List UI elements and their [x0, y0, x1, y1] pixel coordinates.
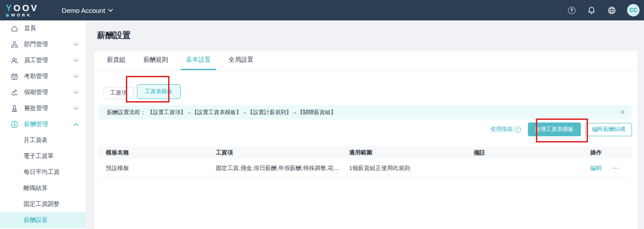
calendar-icon: [11, 73, 18, 80]
sidebar-item-approvals[interactable]: 審批管理: [0, 100, 85, 116]
cell-wage-items: 固定工資,佣金,假日薪酬,年假薪酬,特殊調整,花紅,交通...: [216, 164, 349, 172]
workflow-notice-text: 薪酬設置流程： 【設置工資項】→【設置工資表模板】→【設置計薪規則】→【關聯薪資…: [107, 109, 336, 116]
sidebar-subitem-daily-average-wage[interactable]: 每日平均工資: [0, 164, 85, 180]
sidebar-item-departments[interactable]: 部門管理: [0, 36, 85, 52]
chevron-down-icon: [73, 43, 78, 46]
col-header-wage-items: 工資項: [216, 149, 349, 157]
tab-payroll-rules[interactable]: 薪酬規則: [138, 51, 173, 70]
logo-work-label: WORK: [11, 13, 32, 17]
account-name: Demo Account: [62, 7, 105, 14]
sidebar-item-label: 假期管理: [24, 88, 48, 96]
sidebar-subitem-fixed-wage-adjustment[interactable]: 固定工資調整: [0, 196, 85, 212]
sidebar-item-label: 考勤管理: [24, 72, 48, 80]
org-chart-icon: [11, 41, 18, 48]
sidebar-nav: 首頁 部門管理 員工管理 考勤管理 假期管理 審批管理 $ 薪酬管理 月工資表 …: [0, 20, 86, 229]
svg-text:$: $: [13, 122, 16, 126]
chevron-up-icon: [73, 123, 78, 126]
tab-bar: 薪資組 薪酬規則 基本設置 全局設置: [94, 51, 637, 71]
globe-icon: [608, 6, 616, 15]
action-bar: 使用指南 ? 新增工資表模板 編輯薪酬結構: [491, 122, 632, 136]
vacation-icon: [11, 89, 18, 96]
home-icon: [11, 25, 18, 32]
sidebar-item-employees[interactable]: 員工管理: [0, 52, 85, 68]
logo-letter-y: Y: [6, 3, 13, 13]
cell-template-name: 預設模板: [106, 164, 216, 172]
logo-dot: [6, 14, 9, 17]
cell-actions: 編輯 ···: [590, 164, 632, 172]
help-button[interactable]: ?: [567, 6, 576, 15]
col-header-actions: 操作: [590, 149, 632, 157]
sidebar-item-label: 員工管理: [24, 56, 48, 64]
close-icon[interactable]: ✕: [620, 105, 625, 119]
settings-card: 薪資組 薪酬規則 基本設置 全局設置 工資項 工資表模板 薪酬設置流程： 【設置…: [94, 51, 637, 229]
user-avatar[interactable]: CC: [627, 4, 640, 16]
chevron-down-icon: [108, 9, 113, 12]
workflow-notice-banner: 薪酬設置流程： 【設置工資項】→【設置工資表模板】→【設置計薪規則】→【關聯薪資…: [99, 105, 632, 119]
sidebar-subitem-payroll-settings[interactable]: 薪酬設置: [0, 212, 85, 228]
col-header-template-name: 模板名稱: [106, 149, 216, 157]
table-row: 預設模板 固定工資,佣金,假日薪酬,年假薪酬,特殊調整,花紅,交通... 1個薪…: [98, 158, 632, 178]
more-actions-icon[interactable]: ···: [612, 165, 620, 171]
sidebar-item-attendance[interactable]: 考勤管理: [0, 68, 85, 84]
table-header-row: 模板名稱 工資項 適用範圍 備註 操作: [98, 146, 632, 158]
people-icon: [11, 57, 18, 64]
subtab-wage-items[interactable]: 工資項: [104, 87, 134, 99]
sidebar-subitem-label: 月工資表: [24, 136, 48, 144]
tab-global-settings[interactable]: 全局設置: [223, 51, 259, 70]
sidebar-subitem-label: 電子工資單: [24, 152, 54, 160]
sidebar-subitem-epayslip[interactable]: 電子工資單: [0, 148, 85, 164]
sidebar-subitem-label: 固定工資調整: [24, 200, 60, 208]
tab-basic-settings[interactable]: 基本設置: [181, 51, 216, 70]
chevron-down-icon: [73, 75, 78, 78]
sidebar-item-payroll[interactable]: $ 薪酬管理: [0, 116, 85, 132]
sidebar-item-home[interactable]: 首頁: [0, 20, 85, 36]
usage-guide-label: 使用指南: [491, 126, 513, 133]
help-icon: ?: [568, 7, 576, 14]
sidebar-subitem-label: 每日平均工資: [24, 168, 60, 176]
notifications-button[interactable]: [587, 6, 596, 15]
sidebar-item-label: 首頁: [24, 24, 36, 32]
sidebar-item-leave[interactable]: 假期管理: [0, 84, 85, 100]
add-payroll-template-button[interactable]: 新增工資表模板: [528, 122, 581, 136]
question-circle-icon: ?: [515, 126, 521, 133]
subtab-group: 工資項 工資表模板: [104, 84, 637, 99]
account-switcher[interactable]: Demo Account: [62, 7, 113, 14]
sidebar-subitem-label: 離職結算: [24, 184, 48, 192]
col-header-scope: 適用範圍: [349, 149, 474, 157]
col-header-remark: 備註: [474, 149, 590, 157]
chevron-down-icon: [73, 91, 78, 94]
dollar-circle-icon: $: [11, 121, 18, 128]
top-bar: YOOV WORK Demo Account ? CC: [0, 0, 644, 20]
yoov-work-logo: YOOV WORK: [6, 4, 39, 17]
usage-guide-link[interactable]: 使用指南 ?: [491, 126, 521, 133]
bell-icon: [588, 6, 596, 15]
logo-letters-oov: OOV: [13, 3, 38, 13]
stamp-icon: [11, 105, 18, 112]
edit-payroll-structure-button[interactable]: 編輯薪酬結構: [585, 123, 632, 136]
sidebar-item-label: 部門管理: [24, 40, 48, 48]
language-button[interactable]: [607, 6, 616, 15]
template-table: 模板名稱 工資項 適用範圍 備註 操作 預設模板 固定工資,佣金,假日薪酬,年假…: [98, 146, 632, 178]
tab-salary-groups[interactable]: 薪資組: [101, 51, 131, 70]
main-content: 薪酬設置 薪資組 薪酬規則 基本設置 全局設置 工資項 工資表模板 薪酬設置流程…: [86, 20, 644, 229]
sidebar-item-label: 審批管理: [24, 104, 48, 112]
sidebar-subitem-final-settlement[interactable]: 離職結算: [0, 180, 85, 196]
chevron-down-icon: [73, 107, 78, 110]
page-title: 薪酬設置: [97, 30, 131, 41]
sidebar-subitem-label: 薪酬設置: [24, 216, 48, 224]
chevron-down-icon: [73, 59, 78, 62]
sidebar-subitem-monthly-payroll[interactable]: 月工資表: [0, 132, 85, 148]
edit-row-link[interactable]: 編輯: [590, 165, 602, 171]
subtab-payroll-template[interactable]: 工資表模板: [137, 84, 181, 99]
cell-scope: 1個薪資組正使用此規則: [349, 164, 474, 172]
sidebar-item-label: 薪酬管理: [24, 120, 48, 128]
